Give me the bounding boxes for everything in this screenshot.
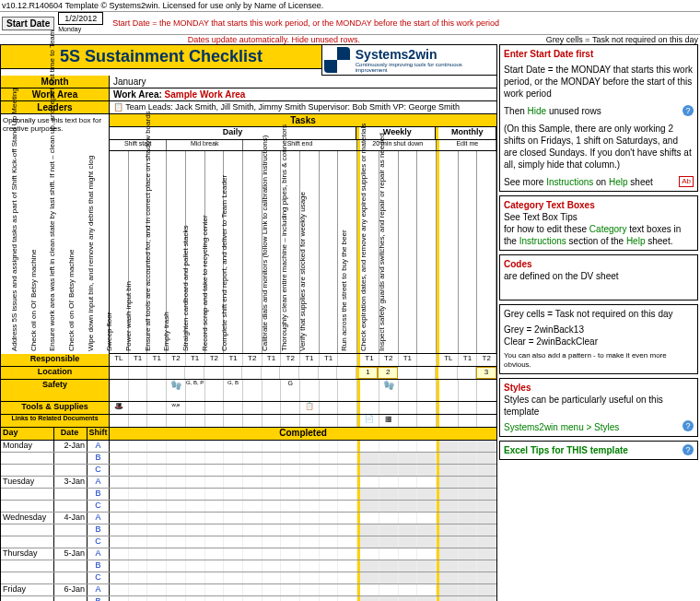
completion-cell[interactable] <box>186 524 205 536</box>
completion-cell[interactable] <box>147 441 167 452</box>
completion-cell[interactable] <box>300 441 320 452</box>
completion-cell[interactable] <box>243 596 262 601</box>
completion-cell[interactable] <box>338 477 357 488</box>
completion-cell[interactable] <box>147 548 167 560</box>
completion-cell[interactable] <box>167 513 186 524</box>
info-cell[interactable] <box>459 415 478 427</box>
completion-cell[interactable] <box>243 441 262 452</box>
completion-cell[interactable] <box>459 560 478 572</box>
completion-cell[interactable] <box>338 548 357 560</box>
completion-cell[interactable] <box>357 584 379 595</box>
completion-cell[interactable] <box>186 572 205 583</box>
completion-cell[interactable] <box>437 596 459 601</box>
completion-cell[interactable] <box>281 501 300 512</box>
completion-cell[interactable] <box>281 536 300 548</box>
completion-cell[interactable] <box>399 441 418 452</box>
completion-cell[interactable] <box>477 477 496 488</box>
completion-cell[interactable] <box>281 584 300 595</box>
completion-cell[interactable] <box>147 584 167 595</box>
info-cell[interactable] <box>204 367 224 379</box>
completion-cell[interactable] <box>379 560 399 572</box>
info-cell[interactable] <box>129 415 148 427</box>
completion-cell[interactable] <box>281 453 300 464</box>
completion-cell[interactable] <box>477 453 496 464</box>
completion-cell[interactable] <box>399 596 418 601</box>
info-cell[interactable] <box>337 367 356 379</box>
completion-cell[interactable] <box>459 524 478 536</box>
help-icon[interactable]: ? <box>682 420 694 431</box>
completion-cell[interactable] <box>243 477 262 488</box>
completion-cell[interactable] <box>417 453 437 464</box>
completion-cell[interactable] <box>399 453 418 464</box>
completion-cell[interactable] <box>459 453 478 464</box>
completion-cell[interactable] <box>281 524 300 536</box>
info-cell[interactable] <box>129 380 148 401</box>
completion-cell[interactable] <box>110 465 129 476</box>
completion-cell[interactable] <box>338 513 357 524</box>
completion-cell[interactable] <box>437 548 459 560</box>
info-cell[interactable] <box>224 402 243 414</box>
completion-cell[interactable] <box>167 441 186 452</box>
completion-cell[interactable] <box>224 584 243 595</box>
info-cell[interactable]: T2 <box>281 354 300 366</box>
completion-cell[interactable] <box>147 596 167 601</box>
completion-cell[interactable] <box>477 584 496 595</box>
info-cell[interactable] <box>417 354 437 366</box>
completion-cell[interactable] <box>417 548 437 560</box>
info-cell[interactable]: T2 <box>243 354 262 366</box>
completion-cell[interactable] <box>243 489 262 500</box>
completion-cell[interactable] <box>320 465 339 476</box>
completion-cell[interactable] <box>437 572 459 583</box>
completion-cell[interactable] <box>338 441 357 452</box>
info-cell[interactable] <box>417 367 437 379</box>
info-cell[interactable] <box>338 402 357 414</box>
completion-cell[interactable] <box>186 477 205 488</box>
info-cell[interactable] <box>300 415 320 427</box>
info-cell[interactable] <box>398 367 417 379</box>
completion-cell[interactable] <box>167 477 186 488</box>
completion-cell[interactable] <box>459 465 478 476</box>
completion-cell[interactable] <box>262 572 282 583</box>
completion-cell[interactable] <box>320 536 339 548</box>
completion-cell[interactable] <box>262 584 282 595</box>
completion-cell[interactable] <box>205 441 225 452</box>
completion-cell[interactable] <box>224 572 243 583</box>
completion-cell[interactable] <box>379 513 399 524</box>
completion-cell[interactable] <box>110 501 129 512</box>
completion-cell[interactable] <box>110 513 129 524</box>
info-cell[interactable]: 🧤 <box>379 380 399 401</box>
completion-cell[interactable] <box>477 572 496 583</box>
completion-cell[interactable] <box>320 477 339 488</box>
completion-cell[interactable] <box>300 465 320 476</box>
info-cell[interactable] <box>205 402 225 414</box>
info-cell[interactable] <box>379 402 399 414</box>
completion-cell[interactable] <box>167 572 186 583</box>
completion-cell[interactable] <box>417 536 437 548</box>
completion-cell[interactable] <box>243 536 262 548</box>
info-cell[interactable] <box>147 415 167 427</box>
completion-cell[interactable] <box>437 453 459 464</box>
completion-cell[interactable] <box>357 560 379 572</box>
completion-cell[interactable] <box>186 465 205 476</box>
completion-cell[interactable] <box>399 477 418 488</box>
completion-cell[interactable] <box>437 465 459 476</box>
completion-cell[interactable] <box>357 536 379 548</box>
completion-cell[interactable] <box>262 536 282 548</box>
completion-cell[interactable] <box>110 477 129 488</box>
completion-cell[interactable] <box>300 584 320 595</box>
completion-cell[interactable] <box>110 548 129 560</box>
completion-cell[interactable] <box>437 441 459 452</box>
info-cell[interactable] <box>205 415 225 427</box>
completion-cell[interactable] <box>281 572 300 583</box>
completion-cell[interactable] <box>205 489 225 500</box>
completion-cell[interactable] <box>357 465 379 476</box>
completion-cell[interactable] <box>186 560 205 572</box>
info-cell[interactable] <box>110 415 129 427</box>
completion-cell[interactable] <box>437 524 459 536</box>
info-cell[interactable]: T2 <box>167 354 186 366</box>
workarea-value[interactable]: Work Area: Sample Work Area <box>110 88 496 100</box>
completion-cell[interactable] <box>129 596 148 601</box>
completion-cell[interactable] <box>320 584 339 595</box>
completion-cell[interactable] <box>224 477 243 488</box>
completion-cell[interactable] <box>338 524 357 536</box>
